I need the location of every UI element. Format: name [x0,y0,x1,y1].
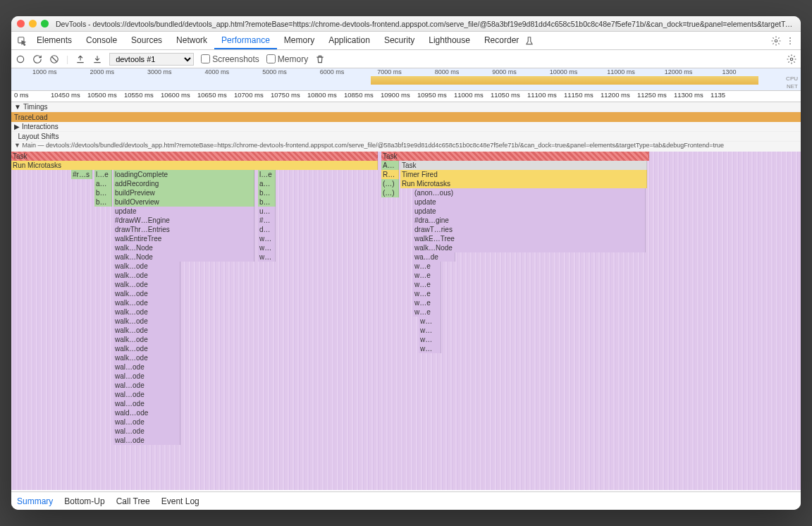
flame-entry[interactable]: b… [94,197,112,207]
reload-icon[interactable] [32,54,42,64]
flame-entry[interactable]: Timer Fired [400,170,647,179]
inspect-icon[interactable] [16,36,28,46]
maximize-icon[interactable] [41,20,49,27]
flame-entry[interactable]: w…e [413,289,441,298]
tab-application[interactable]: Application [321,32,377,49]
flame-entry[interactable]: R… [381,170,399,179]
flame-entry[interactable]: wal…ode [113,372,180,381]
flame-entry[interactable]: (…) [381,179,399,188]
flame-entry[interactable]: walk…Node [113,252,254,262]
screenshots-checkbox[interactable]: Screenshots [201,54,259,64]
flame-entry[interactable]: w…e [413,307,441,317]
flame-entry[interactable]: drawT…ries [413,225,646,234]
bottom-tab-bottom-up[interactable]: Bottom-Up [64,496,104,506]
layout-shifts-header[interactable]: Layout Shifts [11,132,801,142]
flame-entry[interactable]: wald…ode [113,408,180,417]
overview-lane[interactable]: 1000 ms2000 ms3000 ms4000 ms5000 ms6000 … [11,68,801,91]
bottom-tab-summary[interactable]: Summary [17,496,53,506]
tab-lighthouse[interactable]: Lighthouse [422,32,477,49]
flame-entry[interactable]: Task [11,152,378,161]
tab-recorder[interactable]: Recorder [477,32,526,49]
tab-console[interactable]: Console [79,32,124,49]
flame-entry[interactable]: walkEntireTree [113,234,254,243]
timings-header[interactable]: ▼ Timings [11,102,801,112]
flame-entry[interactable]: a… [94,179,112,188]
flame-entry[interactable]: b… [94,188,112,197]
flame-entry[interactable]: wal…ode [113,399,180,408]
flame-entry[interactable]: Run Microtasks [400,179,647,188]
flame-entry[interactable]: walk…ode [113,280,180,289]
download-icon[interactable] [92,54,102,64]
trash-icon[interactable] [315,54,325,64]
flame-entry[interactable]: update [413,197,646,207]
more-icon[interactable] [784,36,796,46]
flame-entry[interactable]: w… [258,252,276,262]
flame-entry[interactable]: walk…ode [113,335,180,344]
flame-entry[interactable]: update [113,207,254,216]
flame-entry[interactable]: w… [258,234,276,243]
flame-entry[interactable]: Task [381,152,649,161]
flame-entry[interactable]: buildPreview [113,188,254,197]
flame-entry[interactable]: wal…ode [113,427,180,436]
tab-network[interactable]: Network [169,32,214,49]
memory-checkbox[interactable]: Memory [266,54,308,64]
flame-entry[interactable]: walkE…Tree [413,234,646,243]
flame-entry[interactable]: a… [258,179,276,188]
flame-entry[interactable]: w…e [413,280,441,289]
tab-security[interactable]: Security [377,32,422,49]
flame-entry[interactable]: w…e [413,262,441,271]
flame-entry[interactable]: walk…ode [113,326,180,335]
bottom-tab-event-log[interactable]: Event Log [161,496,199,506]
flame-entry[interactable]: w… [258,243,276,252]
flame-entry[interactable]: wal…ode [113,381,180,390]
flame-entry[interactable]: w… [419,335,441,344]
tab-sources[interactable]: Sources [124,32,169,49]
flame-entry[interactable]: drawThr…Entries [113,225,254,234]
close-icon[interactable] [17,20,25,27]
flame-entry[interactable]: w… [419,344,441,353]
flame-entry[interactable]: w…e [413,271,441,280]
flame-entry[interactable]: Run Microtasks [11,161,378,170]
flame-entry[interactable]: w…e [413,298,441,307]
flame-entry[interactable]: wal…ode [113,390,180,399]
flame-entry[interactable]: wal…ode [113,362,180,372]
flame-entry[interactable]: wal…ode [113,417,180,427]
flame-entry[interactable]: update [413,207,646,216]
tab-performance[interactable]: Performance [214,32,277,49]
flame-entry[interactable]: walk…ode [113,298,180,307]
flame-entry[interactable]: walk…ode [113,271,180,280]
minimize-icon[interactable] [29,20,37,27]
upload-icon[interactable] [75,54,85,64]
flame-entry[interactable]: walk…ode [113,317,180,326]
flame-entry[interactable]: #dra…gine [413,216,646,225]
flame-entry[interactable]: walk…ode [113,344,180,353]
bottom-tab-call-tree[interactable]: Call Tree [116,496,150,506]
capture-settings-icon[interactable] [787,54,796,64]
flame-entry[interactable]: u… [258,207,276,216]
flame-entry[interactable]: Task [400,161,647,170]
flame-entry[interactable]: walk…ode [113,289,180,298]
flame-entry[interactable]: w… [419,317,441,326]
flame-entry[interactable]: walk…Node [113,243,254,252]
detail-ruler[interactable]: 0 ms10450 ms10500 ms10550 ms10600 ms1065… [11,91,801,102]
flame-entry[interactable]: walk…Node [413,243,646,252]
flame-entry[interactable]: walk…ode [113,307,180,317]
flame-entry[interactable]: #… [258,216,276,225]
flame-entry[interactable]: w… [419,326,441,335]
flame-entry[interactable]: wa…de [413,252,455,262]
flame-entry[interactable]: d… [258,225,276,234]
flame-entry[interactable]: l…e [94,170,112,179]
flame-entry[interactable]: buildOverview [113,197,254,207]
flame-entry[interactable]: b… [258,197,276,207]
flame-entry[interactable]: walk…ode [113,262,180,271]
flame-entry[interactable]: (…) [381,188,399,197]
flame-entry[interactable]: walk…ode [113,353,180,362]
flame-entry[interactable]: #drawW…Engine [113,216,254,225]
flame-entry[interactable]: wal…ode [113,436,180,445]
flame-entry[interactable]: l…e [258,170,276,179]
main-thread-header[interactable]: ▼ Main — devtools://devtools/bundled/dev… [11,142,801,152]
flame-entry[interactable]: #r…s [71,170,92,179]
target-select[interactable]: devtools #1 [109,53,194,66]
traceload-entry[interactable]: TraceLoad [11,112,801,122]
clear-icon[interactable] [49,54,59,64]
